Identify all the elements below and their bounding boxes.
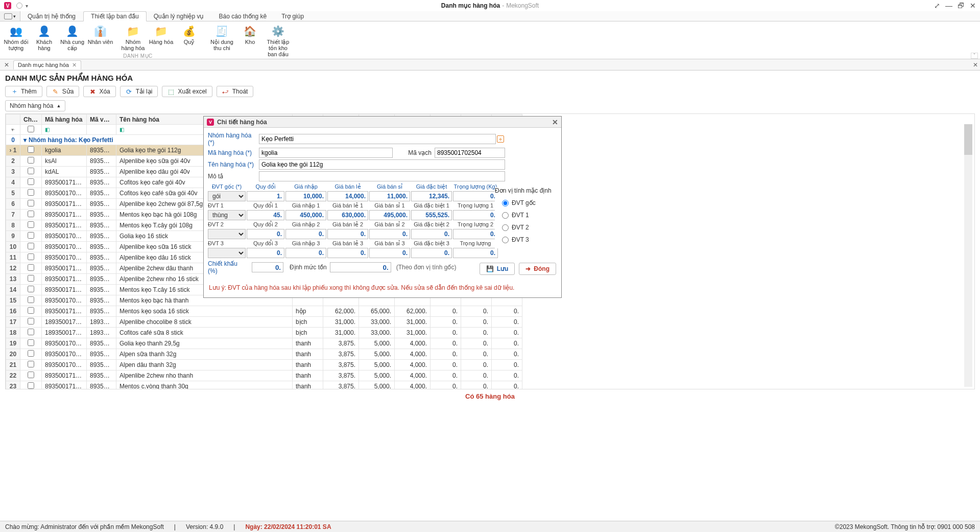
row-checkbox[interactable] [28, 307, 34, 314]
vertical-scrollbar[interactable] [964, 124, 972, 387]
ribbon-btn-thiết-lập-tồn-kho-ban-đầu[interactable]: ⚙️Thiết lập tồn kho ban đầu [264, 24, 292, 58]
dialog-close-icon[interactable]: ✕ [552, 118, 558, 126]
row-checkbox[interactable] [28, 146, 34, 153]
row-checkbox[interactable] [28, 361, 34, 367]
row-checkbox[interactable] [28, 339, 34, 346]
filter-chk[interactable] [20, 125, 42, 135]
input-quydoi1[interactable] [247, 210, 284, 220]
col-vach[interactable]: Mã vạch [87, 114, 116, 125]
input-gn2[interactable] [285, 229, 326, 239]
input-quydoi3[interactable] [247, 248, 284, 258]
input-gbs0[interactable] [369, 191, 410, 201]
input-gdb0[interactable] [411, 191, 452, 201]
ribbon-btn-nội-dung-thu-chi[interactable]: 🧾Nội dung thu chi [208, 24, 236, 52]
row-checkbox[interactable] [28, 329, 34, 335]
row-checkbox[interactable] [28, 211, 34, 217]
table-row[interactable]: 2289350017123...893500...Alpenlibe 2chew… [6, 371, 522, 381]
input-gbs1[interactable] [369, 210, 410, 220]
ribbon-btn-nhóm-hàng-hóa[interactable]: 📁Nhóm hàng hóa [119, 24, 147, 52]
table-row[interactable]: 2189350017031...893500...Alpen dâu thanh… [6, 360, 522, 371]
input-gbs2[interactable] [369, 229, 410, 239]
input-gn1[interactable] [285, 210, 326, 220]
row-checkbox[interactable] [28, 253, 34, 260]
row-checkbox[interactable] [28, 178, 34, 185]
document-tab-danhmuchanghoa[interactable]: Danh mục hàng hóa ✕ [13, 60, 81, 70]
radio-dvt1[interactable]: ĐVT 1 [502, 212, 556, 219]
input-gbl3[interactable] [327, 248, 368, 258]
save-button[interactable]: 💾Lưu [480, 263, 515, 275]
ribbon-btn-nhà-cung-cấp[interactable]: 👤Nhà cung cấp [58, 24, 86, 52]
select-dvt1[interactable]: thùng [208, 210, 246, 220]
input-gbl0[interactable] [327, 191, 368, 201]
add-button[interactable]: ＋Thêm [5, 86, 42, 97]
input-tl1[interactable] [453, 210, 498, 220]
row-checkbox[interactable] [28, 296, 34, 303]
col-chon[interactable]: Chọn [20, 114, 42, 125]
exit-button[interactable]: ⮐Thoát [217, 86, 254, 97]
ribbon-btn-kho[interactable]: 🏠Kho [236, 24, 264, 46]
row-checkbox[interactable] [28, 232, 34, 239]
ribbon-btn-khách-hàng[interactable]: 👤Khách hàng [30, 24, 58, 52]
input-gn0[interactable] [285, 191, 326, 201]
ribbon-tab-0[interactable]: Quản trị hệ thống [20, 11, 83, 21]
table-row[interactable]: 1818935001711...189350...Cofitos café sữ… [6, 328, 522, 338]
row-checkbox[interactable] [28, 318, 34, 325]
ribbon-btn-hàng-hóa[interactable]: 📁Hàng hóa [147, 24, 175, 46]
ribbon-tab-4[interactable]: Trợ giúp [274, 11, 312, 21]
table-row[interactable]: 2389350017114...893500...Mentos c.vòng t… [6, 381, 522, 390]
filter-ma[interactable]: ◧ [42, 125, 87, 135]
radio-dvt2[interactable]: ĐVT 2 [502, 224, 556, 231]
input-quydoi0[interactable] [247, 191, 284, 201]
input-mota[interactable] [259, 171, 505, 181]
row-checkbox[interactable] [28, 264, 34, 271]
document-tab-close-icon[interactable]: ✕ [72, 62, 77, 68]
close-button-dlg[interactable]: ➜Đóng [519, 263, 556, 275]
ribbon-collapse-button[interactable]: ˇ [971, 53, 978, 59]
table-row[interactable]: 2089350017041...893500...Alpen sữa thanh… [6, 349, 522, 360]
ribbon-tab-1[interactable]: Thiết lập ban đầu [83, 11, 147, 21]
table-row[interactable]: 1689350017124...893500...Mentos kẹo soda… [6, 306, 522, 317]
maximize-button[interactable]: 🗗 [958, 2, 965, 10]
ribbon-file-button[interactable]: ▾ [0, 11, 20, 21]
input-tl2[interactable] [453, 229, 498, 239]
export-excel-button[interactable]: ⬚Xuất excel [162, 86, 212, 97]
table-row[interactable]: 1718935001711...189350...Alpenlibe choco… [6, 317, 522, 328]
row-checkbox[interactable] [28, 157, 34, 164]
input-gbl2[interactable] [327, 229, 368, 239]
qat-dot[interactable] [16, 3, 22, 9]
groupby-selector[interactable]: Nhóm hàng hóa▲ [5, 100, 65, 111]
input-ten[interactable] [259, 159, 505, 170]
input-gdb2[interactable] [411, 229, 452, 239]
input-chietkhau[interactable] [252, 262, 283, 272]
qat-caret[interactable]: ▾ [26, 3, 28, 9]
add-group-icon[interactable]: ＋ [497, 135, 504, 143]
minimize-button[interactable]: — [945, 2, 952, 10]
row-checkbox[interactable] [28, 243, 34, 249]
row-checkbox[interactable] [28, 275, 34, 282]
input-gn3[interactable] [285, 248, 326, 258]
wc-extra-icon[interactable]: ⤢ [934, 2, 940, 10]
dialog-titlebar[interactable]: V Chi tiết hàng hóa ✕ [204, 117, 561, 128]
row-checkbox[interactable] [28, 200, 34, 206]
select-dvt2[interactable] [208, 229, 246, 239]
radio-dvt-goc[interactable]: ĐVT gốc [502, 199, 556, 206]
col-ma[interactable]: Mã hàng hóa [42, 114, 87, 125]
row-checkbox[interactable] [28, 382, 34, 389]
input-gdb1[interactable] [411, 210, 452, 220]
row-checkbox[interactable] [28, 286, 34, 292]
input-quydoi2[interactable] [247, 229, 284, 239]
ribbon-tab-2[interactable]: Quản lý nghiệp vụ [147, 11, 212, 21]
ribbon-btn-nhóm-đối-tượng[interactable]: 👥Nhóm đối tượng [2, 24, 30, 52]
delete-button[interactable]: ✖Xóa [83, 86, 115, 97]
row-checkbox[interactable] [28, 372, 34, 378]
input-gdb3[interactable] [411, 248, 452, 258]
input-ma[interactable] [259, 148, 393, 158]
input-tl3[interactable] [453, 248, 498, 258]
select-dvt3[interactable] [208, 248, 246, 258]
edit-button[interactable]: ✎Sửa [46, 86, 80, 97]
ribbon-btn-nhân-viên[interactable]: 👔Nhân viên [86, 24, 114, 46]
ribbon-tab-3[interactable]: Báo cáo thống kê [211, 11, 274, 21]
reload-button[interactable]: ⟳Tải lại [120, 86, 158, 97]
close-all-left-icon[interactable]: ✕ [2, 61, 11, 68]
table-row[interactable]: 1989350017043...893500...Golia kẹo thanh… [6, 338, 522, 349]
